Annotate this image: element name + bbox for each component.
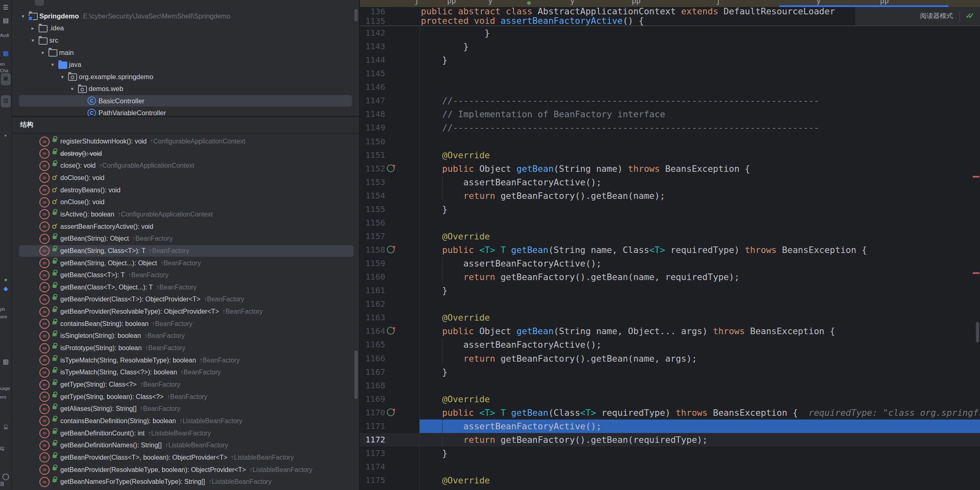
reader-mode-button[interactable]: 阅读器模式 [920,12,953,21]
code-line-1149[interactable]: 1149 //---------------------------------… [360,121,980,134]
code-editor[interactable]: jppyyppjypp 阅读器模式 ✓✓ 136public abstract … [360,0,980,490]
line-number[interactable]: 1142 [363,26,385,40]
code-line-1153[interactable]: 1153 assertBeanFactoryActive(); [360,175,980,189]
code-line-1171[interactable]: 1171 assertBeanFactoryActive(); [360,419,980,433]
tree-item-springdemo[interactable]: ▾SpringdemoE:\cyberSecurity\JavaSec\MemS… [11,10,359,22]
structure-row[interactable]: mcontainsBeanDefinition(String): boolean… [11,415,359,427]
line-number[interactable]: 1171 [363,419,385,433]
chevron-down-icon[interactable]: ▾ [67,86,77,92]
line-number[interactable]: 1158 [363,243,385,257]
structure-row[interactable]: mgetBean(Class<T>, Object...): T↑BeanFac… [11,281,359,294]
structure-row[interactable]: mgetBean(String): Object↑BeanFactory [11,232,359,245]
line-number[interactable]: 1165 [363,338,385,351]
code-line-1163[interactable]: 1163 @Override [360,311,980,324]
tree-item-basiccontroller[interactable]: CBasicController [11,95,359,107]
structure-row[interactable]: mgetBean(Class<T>): T↑BeanFactory [11,269,359,281]
line-number[interactable]: 1153 [363,175,385,189]
code-line-1165[interactable]: 1165 assertBeanFactoryActive(); [360,338,980,351]
line-number[interactable]: 1143 [363,40,385,53]
structure-row[interactable]: mgetBeanNamesForType(ResolvableType): St… [11,476,359,488]
code-line-1142[interactable]: 1142 } [360,26,980,40]
structure-row[interactable]: misPrototype(String): boolean↑BeanFactor… [11,342,359,354]
structure-row[interactable]: misSingleton(String): boolean↑BeanFactor… [11,330,359,342]
code-line-1162[interactable]: 1162 [360,297,980,311]
structure-row[interactable]: mgetBean(String, Object...): Object↑Bean… [11,257,359,269]
chevron-down-icon[interactable]: ▾ [48,62,57,68]
structure-row[interactable]: mgetBeanDefinitionNames(): String[]↑List… [11,439,359,451]
line-number[interactable]: 1170 [363,406,385,419]
line-number[interactable]: 1163 [363,311,385,324]
line-number[interactable]: 1155 [363,203,385,216]
code-line-1151[interactable]: 1151 @Override [360,148,980,162]
editor-scrollbar-thumb[interactable] [976,322,979,342]
line-number[interactable]: 1167 [363,365,385,379]
overrides-method-gutter-icon[interactable]: ↑ [387,327,395,335]
line-number[interactable]: 1154 [363,189,385,203]
code-line-1143[interactable]: 1143 } [360,40,980,53]
project-tree-scrollbar[interactable] [354,9,358,21]
overrides-method-gutter-icon[interactable]: ↑ [387,246,395,253]
line-number[interactable]: 1145 [363,67,385,80]
code-line-1174[interactable]: 1174 [360,460,980,474]
code-line-1164[interactable]: 1164↑ public Object getBean(String name,… [360,324,980,338]
line-number[interactable]: 1159 [363,257,385,270]
code-lines[interactable]: 1142 }1143 }1144 }114511461147 //-------… [360,26,980,487]
line-number[interactable]: 1144 [363,53,385,67]
structure-row[interactable]: misActive(): boolean↑ConfigurableApplica… [11,208,359,221]
code-line-1158[interactable]: 1158↑ public <T> T getBean(String name, … [360,243,980,257]
tree-item--idea[interactable]: ▸.idea [11,22,359,34]
chevron-down-icon[interactable]: ▾ [57,74,67,80]
line-number[interactable]: 1166 [363,352,385,365]
code-line-1168[interactable]: 1168 [360,379,980,392]
structure-row[interactable]: mdestroy(): void [11,148,359,160]
line-number[interactable]: 1150 [363,135,385,148]
tree-item-demos-web[interactable]: ▾demos.web [11,83,359,95]
chevron-down-icon[interactable]: ▾ [18,13,28,19]
line-number[interactable]: 1175 [363,474,385,487]
code-line-1175[interactable]: 1175 @Override [360,474,980,487]
structure-row[interactable]: mgetBean(String, Class<T>): T↑BeanFactor… [11,245,359,257]
code-line-1157[interactable]: 1157 @Override [360,230,980,243]
line-number[interactable]: 1173 [363,447,385,460]
tree-item-org-example-springdemo[interactable]: ▾org.example.springdemo [11,71,359,83]
structure-row[interactable]: massertBeanFactoryActive(): void [11,221,359,233]
line-number[interactable]: 1156 [363,216,385,230]
code-line-1152[interactable]: 1152↑ public Object getBean(String name)… [360,162,980,175]
code-line-1154[interactable]: 1154 return getBeanFactory().getBean(nam… [360,189,980,203]
structure-row[interactable]: mdestroyBeans(): void [11,184,359,196]
line-number[interactable]: 1157 [363,230,385,243]
code-line-1145[interactable]: 1145 [360,67,980,80]
structure-row[interactable]: misTypeMatch(String, Class<?>): boolean↑… [11,366,359,378]
code-line-1147[interactable]: 1147 //---------------------------------… [360,94,980,107]
structure-row[interactable]: mgetBeanDefinitionCount(): int↑ListableB… [11,427,359,440]
code-line-1160[interactable]: 1160 return getBeanFactory().getBean(nam… [360,270,980,284]
code-line-1156[interactable]: 1156 [360,216,980,230]
line-number[interactable]: 1162 [363,297,385,311]
structure-row[interactable]: mgetBeanProvider(Class<T>, boolean): Obj… [11,451,359,464]
structure-scrollbar[interactable] [354,351,358,399]
line-number[interactable]: 136 [363,7,385,16]
line-number[interactable]: 1161 [363,284,385,297]
structure-row[interactable]: mcontainsBean(String): boolean↑BeanFacto… [11,318,359,330]
chevron-down-icon[interactable]: ▾ [28,37,38,43]
structure-row[interactable]: mgetType(String): Class<?>↑BeanFactory [11,378,359,391]
tool-window-button-icon[interactable]: ▥ [2,358,10,366]
line-number[interactable]: 1169 [363,392,385,406]
tool-window-button-icon[interactable]: ▤ [2,16,10,25]
structure-row[interactable]: monClose(): void [11,196,359,208]
structure-row[interactable]: mgetBeanProvider(ResolvableType): Object… [11,305,359,318]
line-number[interactable]: 1152 [363,162,385,175]
tool-window-button-icon[interactable]: ● [2,276,10,284]
code-line-1161[interactable]: 1161 } [360,284,980,297]
error-stripe-mark[interactable] [973,176,980,178]
line-number[interactable]: 1148 [363,107,385,121]
structure-row[interactable]: mgetBeanProvider(Class<T>): ObjectProvid… [11,293,359,305]
tool-window-button-icon[interactable]: ⌸ [2,423,10,431]
overrides-method-gutter-icon[interactable]: ↑ [387,408,395,416]
double-checkmark-icon[interactable]: ✓✓ [965,12,978,21]
code-line-1146[interactable]: 1146 [360,80,980,94]
line-number[interactable]: 1135 [363,16,385,26]
line-number[interactable]: 1172 [363,433,385,447]
tool-window-button-icon[interactable]: ◯ [2,472,10,481]
tool-window-button-icon[interactable]: ☰ [2,3,10,11]
